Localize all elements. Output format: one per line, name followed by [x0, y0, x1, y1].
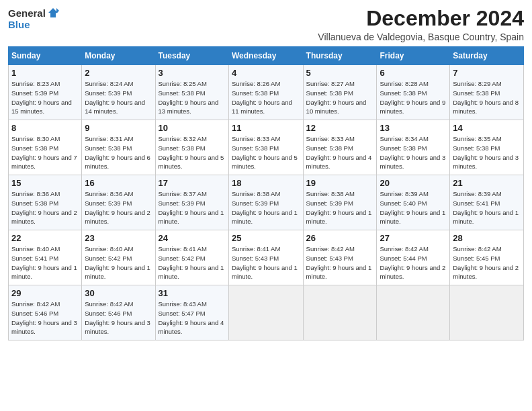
day-number: 30	[85, 288, 152, 298]
day-info: Sunrise: 8:26 AMSunset: 5:38 PMDaylight:…	[232, 80, 292, 115]
table-row: 22 Sunrise: 8:40 AMSunset: 5:41 PMDaylig…	[9, 230, 82, 285]
calendar-row: 1 Sunrise: 8:23 AMSunset: 5:39 PMDayligh…	[9, 65, 524, 120]
table-row: 2 Sunrise: 8:24 AMSunset: 5:39 PMDayligh…	[82, 65, 155, 120]
day-number: 11	[232, 123, 300, 133]
table-row: 24 Sunrise: 8:41 AMSunset: 5:42 PMDaylig…	[155, 230, 228, 285]
day-info: Sunrise: 8:39 AMSunset: 5:40 PMDaylight:…	[380, 190, 445, 225]
logo-general: General	[8, 8, 46, 18]
col-saturday: Saturday	[450, 47, 524, 65]
day-info: Sunrise: 8:43 AMSunset: 5:47 PMDaylight:…	[159, 300, 224, 335]
day-info: Sunrise: 8:37 AMSunset: 5:39 PMDaylight:…	[159, 190, 224, 225]
day-number: 7	[453, 68, 521, 78]
col-wednesday: Wednesday	[228, 47, 303, 65]
table-row: 8 Sunrise: 8:30 AMSunset: 5:38 PMDayligh…	[9, 120, 82, 175]
logo-blue: Blue	[8, 19, 30, 30]
table-row: 18 Sunrise: 8:38 AMSunset: 5:39 PMDaylig…	[228, 175, 303, 230]
day-number: 31	[159, 288, 226, 298]
page-container: General Blue December 2024 Villanueva de…	[0, 0, 532, 346]
day-info: Sunrise: 8:33 AMSunset: 5:38 PMDaylight:…	[306, 135, 372, 170]
table-row: 20 Sunrise: 8:39 AMSunset: 5:40 PMDaylig…	[377, 175, 450, 230]
day-info: Sunrise: 8:42 AMSunset: 5:46 PMDaylight:…	[11, 300, 77, 335]
day-info: Sunrise: 8:33 AMSunset: 5:38 PMDaylight:…	[232, 135, 298, 170]
table-row: 21 Sunrise: 8:39 AMSunset: 5:41 PMDaylig…	[450, 175, 524, 230]
day-number: 15	[11, 178, 79, 188]
day-info: Sunrise: 8:38 AMSunset: 5:39 PMDaylight:…	[232, 190, 298, 225]
calendar-row: 22 Sunrise: 8:40 AMSunset: 5:41 PMDaylig…	[9, 230, 524, 285]
table-row: 7 Sunrise: 8:29 AMSunset: 5:38 PMDayligh…	[450, 65, 524, 120]
day-info: Sunrise: 8:25 AMSunset: 5:38 PMDaylight:…	[159, 80, 219, 115]
logo-icon	[47, 7, 59, 19]
table-row: 3 Sunrise: 8:25 AMSunset: 5:38 PMDayligh…	[155, 65, 228, 120]
day-info: Sunrise: 8:42 AMSunset: 5:43 PMDaylight:…	[306, 245, 372, 280]
col-sunday: Sunday	[9, 47, 82, 65]
day-info: Sunrise: 8:41 AMSunset: 5:43 PMDaylight:…	[232, 245, 298, 280]
day-number: 1	[11, 68, 79, 78]
table-row	[303, 285, 377, 340]
day-info: Sunrise: 8:29 AMSunset: 5:38 PMDaylight:…	[453, 80, 519, 115]
day-number: 5	[306, 68, 374, 78]
subtitle: Villanueva de Valdegovia, Basque Country…	[318, 32, 524, 42]
day-info: Sunrise: 8:32 AMSunset: 5:38 PMDaylight:…	[159, 135, 224, 170]
table-row: 1 Sunrise: 8:23 AMSunset: 5:39 PMDayligh…	[9, 65, 82, 120]
title-block: December 2024 Villanueva de Valdegovia, …	[318, 7, 524, 42]
table-row: 11 Sunrise: 8:33 AMSunset: 5:38 PMDaylig…	[228, 120, 303, 175]
table-row: 25 Sunrise: 8:41 AMSunset: 5:43 PMDaylig…	[228, 230, 303, 285]
day-number: 25	[232, 233, 300, 243]
day-info: Sunrise: 8:38 AMSunset: 5:39 PMDaylight:…	[306, 190, 372, 225]
calendar-table: Sunday Monday Tuesday Wednesday Thursday…	[8, 46, 524, 340]
table-row	[450, 285, 524, 340]
day-number: 14	[453, 123, 521, 133]
table-row	[228, 285, 303, 340]
table-row: 15 Sunrise: 8:36 AMSunset: 5:38 PMDaylig…	[9, 175, 82, 230]
day-info: Sunrise: 8:28 AMSunset: 5:38 PMDaylight:…	[380, 80, 445, 115]
day-info: Sunrise: 8:40 AMSunset: 5:42 PMDaylight:…	[85, 245, 150, 280]
day-info: Sunrise: 8:30 AMSunset: 5:38 PMDaylight:…	[11, 135, 77, 170]
table-row	[377, 285, 450, 340]
day-info: Sunrise: 8:31 AMSunset: 5:38 PMDaylight:…	[85, 135, 150, 170]
calendar-row: 29 Sunrise: 8:42 AMSunset: 5:46 PMDaylig…	[9, 285, 524, 340]
day-info: Sunrise: 8:24 AMSunset: 5:39 PMDaylight:…	[85, 80, 145, 115]
day-number: 26	[306, 233, 374, 243]
svg-marker-1	[56, 8, 59, 13]
calendar-row: 8 Sunrise: 8:30 AMSunset: 5:38 PMDayligh…	[9, 120, 524, 175]
table-row: 19 Sunrise: 8:38 AMSunset: 5:39 PMDaylig…	[303, 175, 377, 230]
header-row: Sunday Monday Tuesday Wednesday Thursday…	[9, 47, 524, 65]
day-number: 22	[11, 233, 79, 243]
calendar-row: 15 Sunrise: 8:36 AMSunset: 5:38 PMDaylig…	[9, 175, 524, 230]
day-number: 27	[380, 233, 447, 243]
table-row: 12 Sunrise: 8:33 AMSunset: 5:38 PMDaylig…	[303, 120, 377, 175]
day-number: 21	[453, 178, 521, 188]
table-row: 9 Sunrise: 8:31 AMSunset: 5:38 PMDayligh…	[82, 120, 155, 175]
table-row: 30 Sunrise: 8:42 AMSunset: 5:46 PMDaylig…	[82, 285, 155, 340]
day-number: 9	[85, 123, 152, 133]
month-title: December 2024	[318, 7, 524, 30]
col-tuesday: Tuesday	[155, 47, 228, 65]
table-row: 27 Sunrise: 8:42 AMSunset: 5:44 PMDaylig…	[377, 230, 450, 285]
logo: General Blue	[8, 7, 59, 31]
day-number: 8	[11, 123, 79, 133]
day-number: 20	[380, 178, 447, 188]
day-info: Sunrise: 8:40 AMSunset: 5:41 PMDaylight:…	[11, 245, 77, 280]
header: General Blue December 2024 Villanueva de…	[8, 7, 524, 42]
table-row: 16 Sunrise: 8:36 AMSunset: 5:39 PMDaylig…	[82, 175, 155, 230]
table-row: 28 Sunrise: 8:42 AMSunset: 5:45 PMDaylig…	[450, 230, 524, 285]
day-number: 13	[380, 123, 447, 133]
day-info: Sunrise: 8:27 AMSunset: 5:38 PMDaylight:…	[306, 80, 367, 115]
day-info: Sunrise: 8:34 AMSunset: 5:38 PMDaylight:…	[380, 135, 445, 170]
day-number: 3	[159, 68, 226, 78]
table-row: 13 Sunrise: 8:34 AMSunset: 5:38 PMDaylig…	[377, 120, 450, 175]
table-row: 4 Sunrise: 8:26 AMSunset: 5:38 PMDayligh…	[228, 65, 303, 120]
table-row: 14 Sunrise: 8:35 AMSunset: 5:38 PMDaylig…	[450, 120, 524, 175]
day-info: Sunrise: 8:36 AMSunset: 5:38 PMDaylight:…	[11, 190, 77, 225]
table-row: 5 Sunrise: 8:27 AMSunset: 5:38 PMDayligh…	[303, 65, 377, 120]
day-info: Sunrise: 8:39 AMSunset: 5:41 PMDaylight:…	[453, 190, 519, 225]
day-number: 10	[159, 123, 226, 133]
day-info: Sunrise: 8:36 AMSunset: 5:39 PMDaylight:…	[85, 190, 150, 225]
day-number: 24	[159, 233, 226, 243]
day-info: Sunrise: 8:41 AMSunset: 5:42 PMDaylight:…	[159, 245, 224, 280]
table-row: 26 Sunrise: 8:42 AMSunset: 5:43 PMDaylig…	[303, 230, 377, 285]
calendar-header: Sunday Monday Tuesday Wednesday Thursday…	[9, 47, 524, 65]
col-thursday: Thursday	[303, 47, 377, 65]
day-number: 12	[306, 123, 374, 133]
day-number: 19	[306, 178, 374, 188]
